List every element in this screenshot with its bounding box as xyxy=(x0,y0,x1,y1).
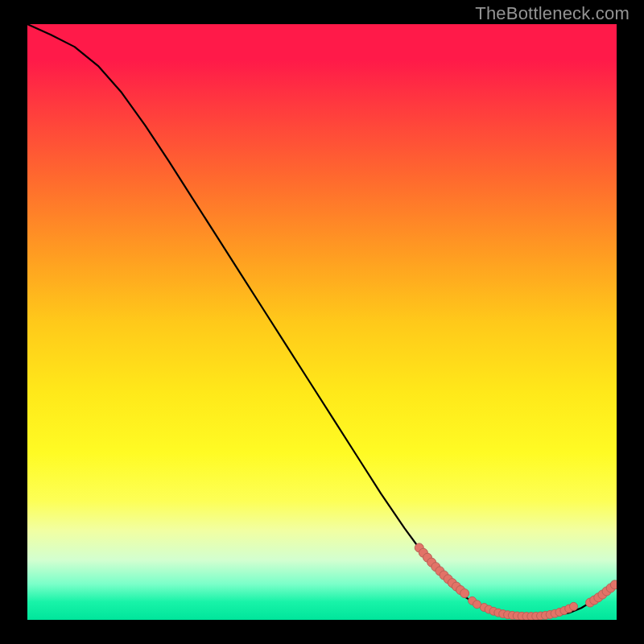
chart-svg xyxy=(27,24,617,620)
scatter-dot xyxy=(610,580,617,589)
curve-line xyxy=(27,24,617,617)
scatter-dot xyxy=(570,602,578,610)
scatter-dots xyxy=(415,543,617,620)
scatter-dot xyxy=(460,589,469,598)
scatter-dot xyxy=(473,601,481,609)
chart-area xyxy=(27,24,617,620)
watermark-text: TheBottleneck.com xyxy=(475,3,630,24)
